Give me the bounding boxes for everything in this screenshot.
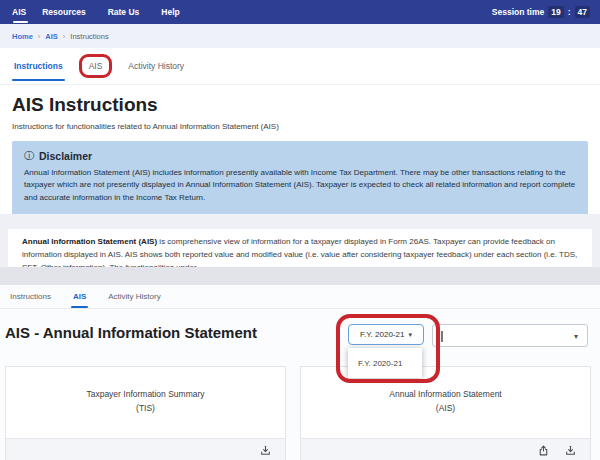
disclaimer-title: Disclaimer (39, 150, 92, 162)
secondary-filter-select[interactable]: ▾ (432, 324, 588, 347)
ais-portal-screen: AIS Resources Rate Us Help Session time … (0, 0, 600, 460)
financial-year-dropdown[interactable]: F.Y. 2020-21 ▾ (348, 324, 424, 345)
financial-year-value: F.Y. 2020-21 (360, 330, 404, 339)
tab2-ais[interactable]: AIS (71, 285, 88, 308)
page-title: AIS Instructions (12, 94, 158, 116)
financial-year-option[interactable]: F.Y. 2020-21 (348, 348, 422, 378)
intro-bold-text: Annual Information Statement (AIS) (22, 237, 157, 246)
page-subtitle: Instructions for functionalities related… (12, 122, 279, 131)
session-seconds: 47 (575, 6, 590, 18)
nav-item-ais[interactable]: AIS (12, 0, 26, 24)
tis-card-subtitle: (TIS) (136, 403, 155, 413)
ais-card-title: Annual Information Statement (389, 389, 501, 399)
tab-activity-history[interactable]: Activity History (126, 51, 186, 81)
tab-ais[interactable]: AIS (87, 51, 105, 81)
info-icon: ⓘ (24, 149, 34, 163)
session-minutes: 19 (548, 6, 563, 18)
tis-card-title: Taxpayer Information Summary (86, 389, 204, 399)
ais-card-body: Annual Information Statement (AIS) (301, 367, 590, 413)
ais-tab-bar: Instructions AIS Activity History (0, 285, 600, 309)
tis-card-body: Taxpayer Information Summary (TIS) (6, 367, 285, 413)
ais-section-title: AIS - Annual Information Statement (5, 324, 257, 341)
download-icon[interactable] (259, 444, 272, 457)
session-timer: Session time 19 : 47 (492, 6, 590, 18)
share-icon[interactable] (537, 444, 550, 457)
tis-card-footer (6, 438, 285, 460)
breadcrumb-home[interactable]: Home (12, 32, 33, 41)
download-icon[interactable] (564, 444, 577, 457)
text-cursor (441, 331, 443, 342)
disclaimer-title-row: ⓘ Disclaimer (24, 149, 576, 163)
tab2-activity-history[interactable]: Activity History (106, 285, 162, 308)
instructions-tab-bar: Instructions AIS Activity History (0, 48, 600, 85)
nav-item-ais-label: AIS (12, 7, 26, 17)
nav-item-help[interactable]: Help (161, 0, 179, 24)
breadcrumb-separator-icon: › (38, 32, 41, 41)
ais-card-subtitle: (AIS) (436, 403, 455, 413)
disclaimer-text: Annual Information Statement (AIS) inclu… (24, 167, 576, 204)
nav-active-indicator (13, 21, 28, 24)
tab-instructions[interactable]: Instructions (12, 51, 65, 81)
disclaimer-banner: ⓘ Disclaimer Annual Information Statemen… (12, 141, 588, 217)
session-label: Session time (492, 7, 544, 17)
breadcrumb-current: Instructions (70, 32, 108, 41)
intro-paragraph-card: Annual Information Statement (AIS) is co… (8, 229, 592, 267)
active-tab-underline (12, 79, 65, 82)
tis-card: Taxpayer Information Summary (TIS) (5, 366, 286, 460)
ais-card-footer (301, 438, 590, 460)
breadcrumb-ais[interactable]: AIS (45, 32, 58, 41)
tab-instructions-label: Instructions (14, 61, 63, 71)
tab-ais-label: AIS (89, 61, 103, 71)
top-navbar: AIS Resources Rate Us Help Session time … (0, 0, 600, 24)
tab2-ais-label: AIS (73, 292, 86, 301)
session-separator: : (568, 7, 571, 17)
breadcrumb: Home › AIS › Instructions (0, 24, 600, 48)
active-tab-underline (71, 306, 88, 309)
section-divider (0, 267, 600, 285)
caret-down-icon: ▾ (574, 332, 578, 341)
nav-item-resources[interactable]: Resources (42, 0, 85, 24)
ais-card: Annual Information Statement (AIS) (300, 366, 591, 460)
nav-item-rate-us[interactable]: Rate Us (108, 0, 140, 24)
caret-down-icon: ▾ (408, 331, 412, 339)
breadcrumb-separator-icon: › (63, 32, 66, 41)
tab2-instructions[interactable]: Instructions (8, 285, 53, 308)
